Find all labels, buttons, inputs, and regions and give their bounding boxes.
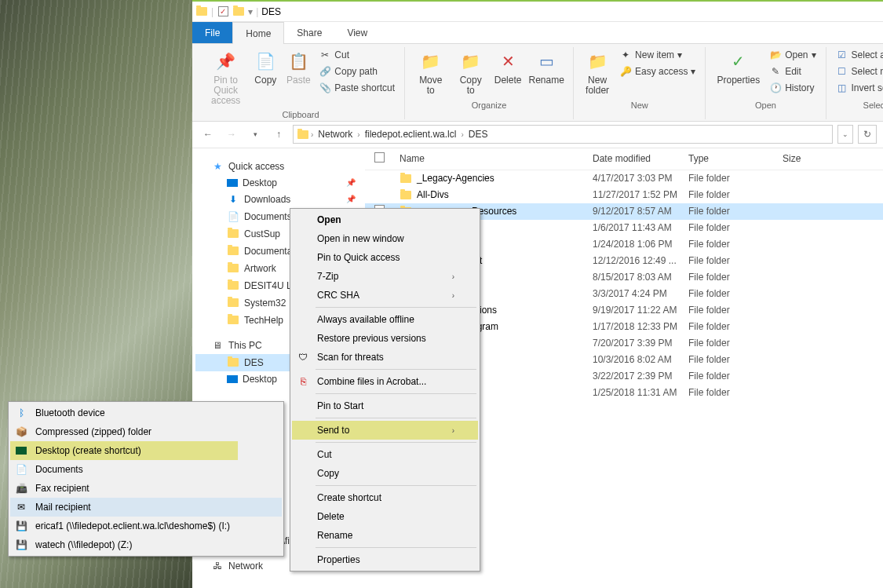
ctx-7zip[interactable]: 7-Zip› <box>292 267 478 286</box>
mail-icon: ✉ <box>15 501 27 513</box>
copy-button[interactable]: 📄Copy <box>250 47 281 87</box>
ctx-open[interactable]: Open <box>292 210 478 229</box>
paste-shortcut-button[interactable]: 📎Paste shortcut <box>316 80 398 96</box>
ctx-delete[interactable]: Delete <box>292 507 478 526</box>
chevron-right-icon[interactable]: › <box>311 130 313 139</box>
checkbox-icon[interactable]: ✓ <box>217 5 229 18</box>
tab-home[interactable]: Home <box>232 22 284 44</box>
ctx-send-to[interactable]: Send to› <box>292 421 478 440</box>
copy-to-button[interactable]: 📁Copy to <box>452 47 490 97</box>
pin-quick-access-button[interactable]: 📌Pin to Quick access <box>203 47 248 108</box>
history-icon: 🕐 <box>769 82 782 94</box>
ctx-restore-versions[interactable]: Restore previous versions <box>292 329 478 348</box>
ctx-pin-quick-access[interactable]: Pin to Quick access <box>292 248 478 267</box>
ctx-rename[interactable]: Rename <box>292 526 478 545</box>
sendto-documents[interactable]: 📄Documents <box>10 460 282 479</box>
dropdown-button[interactable]: ⌄ <box>837 125 853 144</box>
cut-button[interactable]: ✂Cut <box>316 47 398 63</box>
tab-view[interactable]: View <box>334 22 380 43</box>
ctx-acrobat[interactable]: ⎘Combine files in Acrobat... <box>292 372 478 391</box>
ctx-cut[interactable]: Cut <box>292 445 478 464</box>
ctx-scan-threats[interactable]: 🛡Scan for threats <box>292 348 478 367</box>
file-row[interactable]: _Legacy-Agencies4/17/2017 3:03 PMFile fo… <box>365 170 883 187</box>
up-button[interactable]: ↑ <box>269 125 288 144</box>
folder-icon <box>232 5 245 18</box>
open-button[interactable]: 📂Open ▾ <box>766 47 819 63</box>
tab-share[interactable]: Share <box>284 22 334 43</box>
desktop-icon <box>15 444 27 457</box>
ctx-crc-sha[interactable]: CRC SHA› <box>292 286 478 305</box>
group-label: Organize <box>472 100 507 110</box>
send-to-submenu: ᛒBluetooth device 📦Compressed (zipped) f… <box>8 401 284 557</box>
column-size[interactable]: Size <box>783 153 830 164</box>
folder-icon <box>297 128 309 141</box>
download-icon: ⬇ <box>227 193 239 206</box>
sendto-drive-i[interactable]: 💾ericaf1 (\\filedepot.eclient.wa.lcl\des… <box>10 517 282 535</box>
column-type[interactable]: Type <box>688 153 783 164</box>
chevron-right-icon: › <box>452 426 454 435</box>
quick-access[interactable]: ★Quick access <box>195 158 362 175</box>
rename-button[interactable]: ▭Rename <box>526 47 567 87</box>
ribbon-group-open: ✓Properties 📂Open ▾ ✎Edit 🕐History Open <box>706 47 826 119</box>
refresh-button[interactable]: ↻ <box>858 125 877 144</box>
documents-icon: 📄 <box>227 210 239 223</box>
new-folder-button[interactable]: 📁New folder <box>580 47 615 97</box>
open-icon: 📂 <box>769 49 782 61</box>
pin-icon: 📌 <box>213 49 239 74</box>
ctx-create-shortcut[interactable]: Create shortcut <box>292 488 478 507</box>
edit-button[interactable]: ✎Edit <box>766 64 819 79</box>
ribbon-group-clipboard: 📌Pin to Quick access 📄Copy 📋Paste ✂Cut 🔗… <box>197 47 405 119</box>
copy-path-button[interactable]: 🔗Copy path <box>316 64 398 79</box>
sendto-fax[interactable]: 📠Fax recipient <box>10 479 282 498</box>
group-label: Select <box>863 100 883 110</box>
ctx-open-new-window[interactable]: Open in new window <box>292 229 478 248</box>
tab-file[interactable]: File <box>192 22 232 43</box>
delete-button[interactable]: ✕Delete <box>491 47 524 87</box>
path-icon: 🔗 <box>319 65 331 78</box>
sendto-drive-z[interactable]: 💾watech (\\filedepot) (Z:) <box>10 535 282 554</box>
forward-button[interactable]: → <box>222 125 241 144</box>
back-button[interactable]: ← <box>199 125 217 144</box>
sendto-mail[interactable]: ✉Mail recipient <box>10 498 282 517</box>
chevron-right-icon[interactable]: › <box>461 130 463 139</box>
column-date[interactable]: Date modified <box>593 153 688 164</box>
cut-icon: ✂ <box>319 49 331 61</box>
easy-access-button[interactable]: 🔑Easy access ▾ <box>616 64 699 79</box>
chevron-right-icon: › <box>452 291 454 300</box>
separator <box>316 547 476 548</box>
ctx-copy[interactable]: Copy <box>292 464 478 483</box>
crumb-folder[interactable]: DES <box>465 129 491 140</box>
ctx-properties[interactable]: Properties <box>292 550 478 569</box>
nav-item-desktop[interactable]: Desktop📌 <box>195 175 362 191</box>
select-all-button[interactable]: ☑Select all <box>833 47 883 63</box>
breadcrumb-bar[interactable]: › Network › filedepot.eclient.wa.lcl › D… <box>293 125 833 144</box>
crumb-network[interactable]: Network <box>315 129 356 140</box>
ctx-pin-start[interactable]: Pin to Start <box>292 396 478 415</box>
folder-icon <box>195 5 208 18</box>
shortcut-icon: 📎 <box>319 82 331 94</box>
ctx-offline[interactable]: Always available offline <box>292 310 478 329</box>
sendto-desktop-shortcut[interactable]: Desktop (create shortcut) <box>10 441 238 460</box>
select-all-checkbox[interactable] <box>365 152 396 165</box>
separator <box>316 369 476 370</box>
dropdown-icon[interactable]: ▾ <box>248 6 253 17</box>
new-item-button[interactable]: ✦New item ▾ <box>616 47 699 63</box>
move-to-button[interactable]: 📁Move to <box>411 47 450 97</box>
file-row[interactable]: All-Divs11/27/2017 1:52 PMFile folder <box>365 187 883 203</box>
nav-item-downloads[interactable]: ⬇Downloads📌 <box>195 191 362 208</box>
chevron-right-icon[interactable]: › <box>357 130 359 139</box>
column-name[interactable]: Name <box>396 153 593 164</box>
invert-selection-button[interactable]: ◫Invert selection <box>833 80 883 96</box>
select-none-button[interactable]: ☐Select none <box>833 64 883 79</box>
recent-button[interactable]: ▾ <box>246 125 265 144</box>
history-button[interactable]: 🕐History <box>766 80 819 96</box>
paste-button[interactable]: 📋Paste <box>283 47 314 87</box>
move-icon: 📁 <box>418 49 443 74</box>
folder-icon <box>227 279 239 292</box>
sendto-bluetooth[interactable]: ᛒBluetooth device <box>10 404 282 422</box>
ribbon: 📌Pin to Quick access 📄Copy 📋Paste ✂Cut 🔗… <box>192 44 883 122</box>
pin-icon: 📌 <box>346 178 356 187</box>
sendto-compressed[interactable]: 📦Compressed (zipped) folder <box>10 422 282 441</box>
crumb-host[interactable]: filedepot.eclient.wa.lcl <box>362 129 460 140</box>
properties-button[interactable]: ✓Properties <box>712 47 764 87</box>
